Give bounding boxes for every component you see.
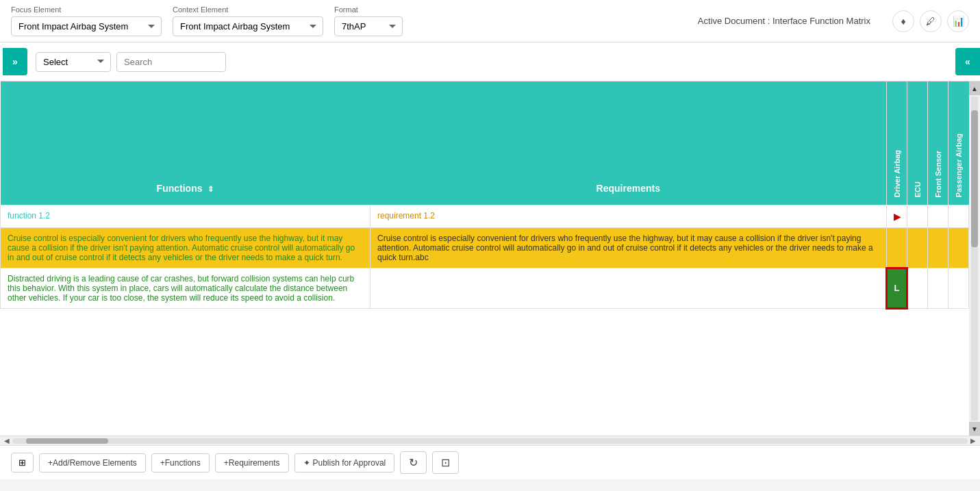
requirement-label-cell: requirement 1.2 [370, 205, 887, 227]
export-button[interactable]: ⊡ [432, 451, 459, 474]
scroll-up-button[interactable]: ▲ [969, 81, 980, 95]
yellow-cell-4 [948, 227, 969, 268]
focus-element-group: Focus Element Front Impact Airbag System [11, 5, 162, 36]
horizontal-scrollbar[interactable]: ◀ ▶ [0, 436, 980, 445]
empty-cell-3 [948, 205, 969, 227]
publish-icon: ✦ [303, 458, 310, 468]
context-element-select[interactable]: Front Impact Airbag System [173, 16, 323, 36]
scroll-down-button[interactable]: ▼ [969, 422, 980, 436]
toolbar-controls: Select [36, 52, 226, 72]
yellow-cell-2 [907, 227, 928, 268]
arrow-right-icon: ▶ [894, 211, 901, 222]
function-label-cell: function 1.2 [1, 205, 370, 227]
functions-header: Functions ⇕ [1, 81, 370, 205]
add-remove-button[interactable]: +Add/Remove Elements [39, 453, 146, 473]
normal-cell-4 [948, 268, 969, 308]
h-scroll-right-button[interactable]: ▶ [968, 437, 979, 444]
grid-icon: ⊞ [18, 457, 26, 468]
h-scroll-thumb[interactable] [26, 438, 108, 444]
grid-icon-button[interactable]: ⊞ [11, 453, 34, 473]
yellow-cell-3 [928, 227, 948, 268]
publish-label: Publish for Approval [313, 458, 386, 468]
logo-icon-button[interactable]: ♦ [892, 10, 914, 32]
green-indicator-cell[interactable]: L [887, 268, 907, 308]
main-content: Functions ⇕ Requirements Driver Airbag E… [0, 81, 980, 436]
focus-element-label: Focus Element [11, 5, 162, 14]
context-element-label: Context Element [173, 5, 323, 14]
publish-button[interactable]: ✦ Publish for Approval [294, 453, 395, 473]
driver-airbag-header: Driver Airbag [887, 81, 907, 205]
format-label: Format [334, 5, 403, 14]
left-chevron-button[interactable]: » [3, 48, 27, 75]
front-sensor-header: Front Sensor [928, 81, 948, 205]
table-header-row: Functions ⇕ Requirements Driver Airbag E… [1, 81, 969, 205]
context-element-group: Context Element Front Impact Airbag Syst… [173, 5, 323, 36]
matrix-table: Functions ⇕ Requirements Driver Airbag E… [0, 81, 969, 310]
yellow-function-cell: Cruise control is especially convenient … [1, 227, 370, 268]
bottom-toolbar: ⊞ +Add/Remove Elements +Functions +Requi… [0, 445, 980, 479]
yellow-cell-1 [887, 227, 907, 268]
sort-icon: ⇕ [208, 185, 214, 193]
empty-cell-1 [907, 205, 928, 227]
drop-icon-button[interactable]: 🖊 [920, 10, 942, 32]
vertical-scrollbar[interactable]: ▲ ▼ [969, 81, 980, 436]
right-chevron-button[interactable]: « [955, 48, 980, 75]
chart-icon: 📊 [953, 16, 964, 27]
passenger-airbag-header: Passenger Airbag [948, 81, 969, 205]
top-bar: Focus Element Front Impact Airbag System… [0, 0, 980, 42]
focus-element-select[interactable]: Front Impact Airbag System [11, 16, 162, 36]
filter-select[interactable]: Select [36, 52, 111, 72]
yellow-requirement-cell: Cruise control is especially convenient … [370, 227, 887, 268]
chart-icon-button[interactable]: 📊 [947, 10, 969, 32]
requirements-button[interactable]: +Requirements [215, 453, 289, 473]
requirements-header: Requirements [370, 81, 887, 205]
table-wrapper[interactable]: Functions ⇕ Requirements Driver Airbag E… [0, 81, 969, 436]
format-group: Format 7thAP [334, 5, 403, 36]
active-document: Active Document : Interface Function Mat… [698, 16, 870, 26]
toolbar-row: » Select « [0, 42, 980, 81]
normal-row: Distracted driving is a leading cause of… [1, 268, 969, 308]
label-row: function 1.2 requirement 1.2 ▶ [1, 205, 969, 227]
normal-requirement-cell [370, 268, 887, 308]
top-icons: ♦ 🖊 📊 [892, 10, 969, 32]
yellow-row: Cruise control is especially convenient … [1, 227, 969, 268]
normal-cell-2 [907, 268, 928, 308]
drop-icon: 🖊 [926, 16, 935, 27]
arrow-cell: ▶ [887, 205, 907, 227]
functions-button[interactable]: +Functions [151, 453, 210, 473]
normal-function-cell: Distracted driving is a leading cause of… [1, 268, 370, 308]
normal-cell-3 [928, 268, 948, 308]
format-select[interactable]: 7thAP [334, 16, 403, 36]
empty-cell-2 [928, 205, 948, 227]
search-input[interactable] [116, 52, 226, 72]
ecu-header: ECU [907, 81, 928, 205]
scroll-track[interactable] [971, 97, 978, 420]
logo-icon: ♦ [901, 16, 905, 27]
refresh-button[interactable]: ↻ [400, 451, 427, 474]
h-scroll-track[interactable] [12, 438, 968, 444]
scroll-thumb[interactable] [971, 110, 978, 247]
h-scroll-left-button[interactable]: ◀ [1, 437, 12, 444]
